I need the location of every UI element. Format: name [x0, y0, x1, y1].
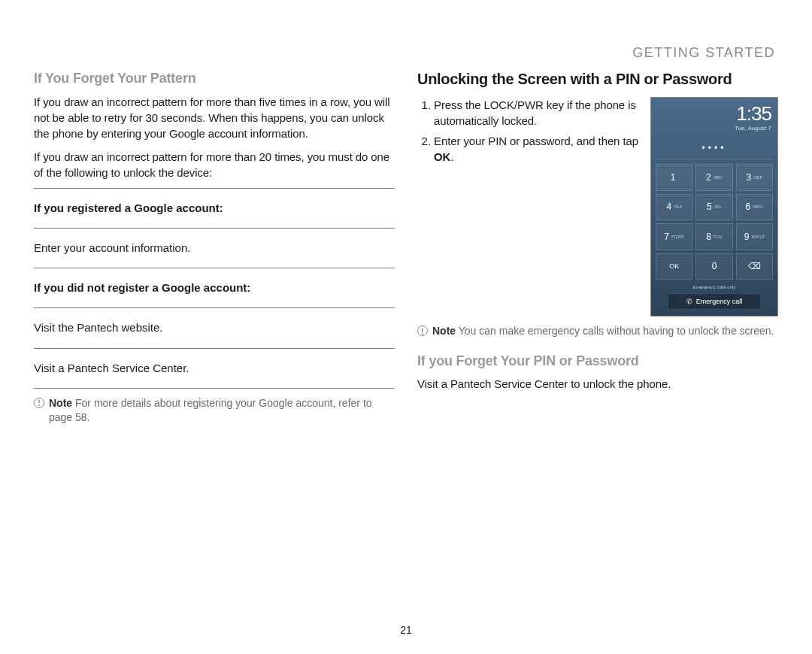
phone-emergency-button: ✆ Emergency call [668, 293, 761, 310]
key-1: 1 [656, 164, 692, 190]
key-0: 0 [695, 253, 732, 280]
divider [34, 268, 395, 268]
step-2: Enter your PIN or password, and then tap… [434, 133, 640, 165]
note-right: ! Note You can make emergency calls with… [417, 324, 778, 338]
key-3: 3DEF [736, 164, 773, 190]
page-number: 21 [0, 623, 812, 637]
forgot-pattern-heading: If You Forget Your Pattern [34, 69, 395, 87]
steps-and-phone: Press the LOCK/PWR key if the phone is a… [417, 97, 778, 316]
left-column: If You Forget Your Pattern If you draw a… [34, 69, 395, 424]
divider [34, 307, 395, 308]
forgot-pin-para: Visit a Pantech Service Center to unlock… [417, 376, 778, 392]
section-header: GETTING STARTED [34, 44, 778, 62]
phone-clock: 1:35 Tue, August 7 [651, 104, 777, 135]
step-1: Press the LOCK/PWR key if the phone is a… [434, 97, 640, 129]
registered-google-label: If you registered a Google account: [34, 196, 395, 220]
divider [34, 348, 395, 349]
phone-time: 1:35 [651, 104, 771, 123]
right-column: Unlocking the Screen with a PIN or Passw… [417, 69, 778, 424]
not-registered-value-1: Visit the Pantech website. [34, 316, 395, 340]
phone-screenshot: 1:35 Tue, August 7 •••• 1 2ABC 3DEF 4GHI… [650, 97, 778, 316]
not-registered-google-label: If you did not register a Google account… [34, 276, 395, 300]
info-icon: ! [34, 398, 44, 408]
phone-emergency-label: Emergency calls only [651, 283, 777, 292]
phone-date: Tue, August 7 [651, 125, 771, 133]
unlock-pin-heading: Unlocking the Screen with a PIN or Passw… [417, 69, 778, 89]
info-icon: ! [417, 325, 428, 336]
key-2: 2ABC [695, 164, 732, 190]
key-9: 9WXYZ [736, 223, 773, 250]
unlock-steps: Press the LOCK/PWR key if the phone is a… [417, 97, 640, 169]
divider [34, 388, 395, 389]
key-4: 4GHI [656, 194, 692, 220]
key-7: 7PQRS [656, 223, 692, 250]
note-right-text: Note You can make emergency calls withou… [432, 324, 774, 338]
phone-pin-dots: •••• [656, 135, 773, 159]
two-column-layout: If You Forget Your Pattern If you draw a… [34, 69, 778, 424]
phone-keypad: 1 2ABC 3DEF 4GHI 5JKL 6MNO 7PQRS 8TUV 9W… [651, 159, 777, 283]
divider [34, 188, 395, 189]
not-registered-value-2: Visit a Pantech Service Center. [34, 356, 395, 380]
key-6: 6MNO [736, 194, 773, 220]
forgot-pattern-para-2: If you draw an incorrect pattern for mor… [34, 149, 395, 180]
phone-icon: ✆ [686, 297, 692, 306]
forgot-pin-heading: If you Forget Your PIN or Password [417, 352, 778, 370]
key-8: 8TUV [695, 223, 732, 250]
divider [34, 228, 395, 229]
note-left: ! Note For more details about registerin… [34, 396, 395, 425]
key-ok: OK [656, 253, 692, 280]
registered-google-value: Enter your account information. [34, 236, 395, 260]
key-5: 5JKL [695, 194, 732, 220]
key-backspace: ⌫ [736, 253, 773, 280]
note-left-text: Note For more details about registering … [49, 396, 395, 425]
forgot-pattern-para-1: If you draw an incorrect pattern for mor… [34, 94, 395, 141]
